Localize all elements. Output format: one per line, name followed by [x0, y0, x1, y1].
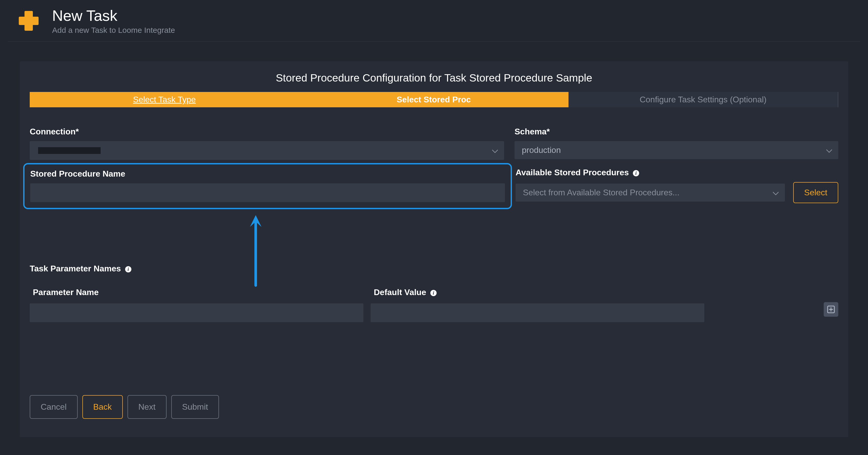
- default-value-input[interactable]: [371, 303, 704, 322]
- default-value-col: Default Value i: [371, 288, 704, 322]
- info-icon: i: [430, 290, 437, 296]
- page-subtitle: Add a new Task to Loome Integrate: [52, 26, 175, 35]
- tab-select-stored-proc[interactable]: Select Stored Proc: [299, 92, 568, 107]
- connection-group: Connection*: [30, 127, 504, 160]
- info-icon: i: [125, 266, 132, 273]
- panel-title: Stored Procedure Configuration for Task …: [20, 72, 848, 84]
- connection-label: Connection*: [30, 127, 504, 136]
- header-divider: [8, 41, 860, 42]
- svg-text:i: i: [127, 266, 129, 272]
- back-button[interactable]: Back: [82, 395, 123, 419]
- connection-redacted-value: [38, 147, 101, 154]
- plus-icon: [16, 8, 42, 34]
- cancel-button[interactable]: Cancel: [30, 395, 78, 419]
- params-section: Task Parameter Names i Parameter Name De…: [20, 264, 848, 322]
- submit-button[interactable]: Submit: [171, 395, 219, 419]
- default-value-label: Default Value i: [371, 288, 704, 297]
- header-text: New Task Add a new Task to Loome Integra…: [52, 7, 175, 35]
- available-procs-label: Available Stored Procedures i: [516, 168, 838, 177]
- tab-select-task-type[interactable]: Select Task Type: [30, 92, 299, 107]
- tab-configure-settings[interactable]: Configure Task Settings (Optional): [568, 92, 838, 107]
- svg-text:i: i: [433, 290, 434, 296]
- schema-group: Schema* production: [515, 127, 838, 160]
- stored-proc-highlight: Stored Procedure Name: [23, 163, 512, 209]
- params-section-label: Task Parameter Names i: [30, 264, 838, 273]
- connection-select[interactable]: [30, 141, 504, 160]
- select-button[interactable]: Select: [793, 182, 838, 203]
- schema-label: Schema*: [515, 127, 838, 136]
- param-name-label: Parameter Name: [30, 288, 363, 297]
- page-title: New Task: [52, 7, 175, 24]
- page-header: New Task Add a new Task to Loome Integra…: [0, 0, 868, 41]
- stored-proc-name-input[interactable]: [30, 183, 505, 202]
- plus-square-icon: [827, 305, 835, 313]
- param-name-input[interactable]: [30, 303, 363, 322]
- next-button[interactable]: Next: [127, 395, 166, 419]
- stored-proc-name-label: Stored Procedure Name: [30, 169, 505, 179]
- action-buttons: Cancel Back Next Submit: [20, 395, 848, 419]
- available-procs-select[interactable]: Select from Available Stored Procedures.…: [516, 184, 785, 202]
- main-panel: Stored Procedure Configuration for Task …: [20, 62, 848, 437]
- stored-proc-name-group: Stored Procedure Name: [30, 169, 505, 202]
- param-name-col: Parameter Name: [30, 288, 363, 322]
- wizard-tabs: Select Task Type Select Stored Proc Conf…: [30, 92, 838, 107]
- schema-select[interactable]: production: [515, 141, 838, 159]
- add-param-button[interactable]: [824, 302, 838, 317]
- info-icon: i: [632, 170, 640, 176]
- available-procs-group: Available Stored Procedures i Select fro…: [516, 163, 838, 203]
- svg-text:i: i: [636, 170, 637, 176]
